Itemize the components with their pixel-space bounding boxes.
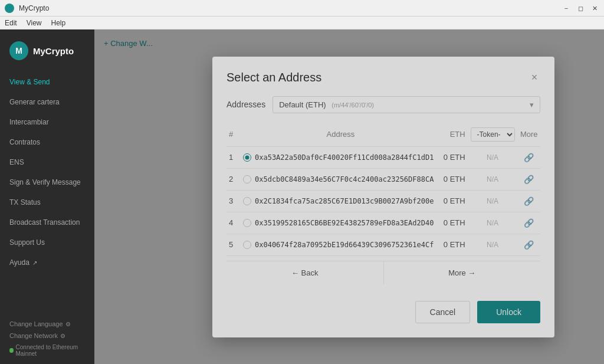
address-selector-row: Addresses Default (ETH) (m/44'/60'/0'/0)… <box>226 96 540 113</box>
row-token: N/A <box>468 234 518 255</box>
col-eth: ETH <box>441 123 468 147</box>
app-title: MyCrypto <box>19 4 49 12</box>
sidebar-item-generar[interactable]: Generar cartera <box>0 92 94 112</box>
table-row[interactable]: 50x040674f28a70952bE19d66439C3096752361e… <box>226 234 540 255</box>
modal-close-button[interactable]: × <box>528 71 540 83</box>
radio-button[interactable] <box>243 219 251 227</box>
external-link-icon[interactable]: 🔗 <box>524 218 534 228</box>
row-address[interactable]: 0x2C1834fca75ac285C67E1D013c9B0027A9bf20… <box>241 190 441 212</box>
app-icon <box>5 4 14 13</box>
sidebar-item-support[interactable]: Support Us <box>0 232 94 252</box>
modal-title: Select an Address <box>226 71 321 84</box>
connected-status: Connected to Ethereum Mainnet <box>9 342 85 359</box>
window-controls: − ◻ ✕ <box>562 0 599 17</box>
more-button[interactable]: More → <box>384 261 541 284</box>
addresses-label: Addresses <box>226 100 265 109</box>
address-value: 0x35199528165CB6BE92E43825789eFD8a3EAd2D… <box>255 219 434 227</box>
row-number: 4 <box>226 212 241 234</box>
sidebar: M MyCrypto View & Send Generar cartera I… <box>0 29 94 364</box>
menu-view[interactable]: View <box>27 19 42 27</box>
close-button[interactable]: ✕ <box>590 4 599 13</box>
table-row[interactable]: 30x2C1834fca75ac285C67E1D013c9B0027A9bf2… <box>226 190 540 212</box>
row-token: N/A <box>468 212 518 234</box>
row-more[interactable]: 🔗 <box>518 146 540 168</box>
row-number: 3 <box>226 190 241 212</box>
chevron-down-icon: ▾ <box>530 100 534 109</box>
logo-text: MyCrypto <box>33 46 74 56</box>
radio-button[interactable] <box>243 175 251 183</box>
row-number: 5 <box>226 234 241 255</box>
radio-button[interactable] <box>243 153 251 162</box>
maximize-button[interactable]: ◻ <box>576 4 585 13</box>
row-address[interactable]: 0xa53A22a50Daf0cF40020Ff11Cd008a2844fC1d… <box>241 146 441 168</box>
external-link-icon[interactable]: 🔗 <box>524 153 534 162</box>
menu-edit[interactable]: Edit <box>5 19 17 27</box>
col-num: # <box>226 123 241 147</box>
sidebar-item-ens[interactable]: ENS <box>0 152 94 172</box>
cancel-button[interactable]: Cancel <box>415 301 471 323</box>
select-address-modal: Select an Address × Addresses Default (E… <box>212 57 554 337</box>
radio-button[interactable] <box>243 197 251 205</box>
minimize-button[interactable]: − <box>562 4 571 13</box>
row-eth: 0 ETH <box>441 212 468 234</box>
external-link-icon[interactable]: 🔗 <box>524 196 534 206</box>
table-row[interactable]: 10xa53A22a50Daf0cF40020Ff11Cd008a2844fC1… <box>226 146 540 168</box>
dropdown-value: Default (ETH) (m/44'/60'/0'/0) <box>279 100 374 109</box>
external-link-icon[interactable]: 🔗 <box>524 240 534 250</box>
back-button[interactable]: ← Back <box>226 261 384 284</box>
menubar: Edit View Help <box>0 17 604 29</box>
main-content: + Change W... Select an Address × Addres… <box>94 29 604 364</box>
col-token: -Token- <box>468 123 518 147</box>
row-eth: 0 ETH <box>441 234 468 255</box>
sidebar-item-contratos[interactable]: Contratos <box>0 132 94 152</box>
radio-button[interactable] <box>243 241 251 249</box>
connected-dot <box>9 348 14 353</box>
change-language-item[interactable]: Change Language ⚙ <box>9 318 85 330</box>
logo-icon: M <box>9 41 28 60</box>
sidebar-item-sign-verify[interactable]: Sign & Verify Message <box>0 172 94 192</box>
sidebar-item-view-send[interactable]: View & Send <box>0 72 94 92</box>
sidebar-item-tx-status[interactable]: TX Status <box>0 192 94 212</box>
table-row[interactable]: 40x35199528165CB6BE92E43825789eFD8a3EAd2… <box>226 212 540 234</box>
row-more[interactable]: 🔗 <box>518 168 540 190</box>
modal-header: Select an Address × <box>226 71 540 84</box>
external-link-icon[interactable]: 🔗 <box>524 175 534 184</box>
token-select[interactable]: -Token- <box>471 127 515 142</box>
row-more[interactable]: 🔗 <box>518 234 540 255</box>
unlock-button[interactable]: Unlock <box>477 301 540 323</box>
row-address[interactable]: 0x040674f28a70952bE19d66439C3096752361e4… <box>241 234 441 255</box>
row-token: N/A <box>468 146 518 168</box>
menu-help[interactable]: Help <box>51 19 65 27</box>
row-eth: 0 ETH <box>441 190 468 212</box>
row-more[interactable]: 🔗 <box>518 212 540 234</box>
token-value: N/A <box>487 219 498 227</box>
col-address: Address <box>241 123 441 147</box>
col-more: More <box>518 123 540 147</box>
sidebar-item-ayuda[interactable]: Ayuda ↗ <box>0 252 94 273</box>
token-value: N/A <box>487 197 498 205</box>
app-container: M MyCrypto View & Send Generar cartera I… <box>0 29 604 364</box>
sidebar-item-broadcast[interactable]: Broadcast Transaction <box>0 212 94 232</box>
sidebar-item-intercambiar[interactable]: Intercambiar <box>0 112 94 132</box>
address-value: 0xa53A22a50Daf0cF40020Ff11Cd008a2844fC1d… <box>255 153 434 162</box>
row-address[interactable]: 0x5dcb0C8489a34e56C7F0c4c2400ac23256DF88… <box>241 168 441 190</box>
row-eth: 0 ETH <box>441 146 468 168</box>
row-token: N/A <box>468 190 518 212</box>
sidebar-footer: Change Language ⚙ Change Network ⚙ Conne… <box>0 313 94 364</box>
row-address[interactable]: 0x35199528165CB6BE92E43825789eFD8a3EAd2D… <box>241 212 441 234</box>
address-table: # Address ETH -Token- More 10xa53A22a50D… <box>226 123 540 256</box>
token-value: N/A <box>487 175 498 183</box>
change-network-item[interactable]: Change Network ⚙ <box>9 330 85 342</box>
table-row[interactable]: 20x5dcb0C8489a34e56C7F0c4c2400ac23256DF8… <box>226 168 540 190</box>
titlebar: MyCrypto − ◻ ✕ <box>0 0 604 17</box>
row-token: N/A <box>468 168 518 190</box>
row-more[interactable]: 🔗 <box>518 190 540 212</box>
sidebar-logo: M MyCrypto <box>0 34 94 67</box>
modal-footer: Cancel Unlock <box>226 294 540 323</box>
pagination-nav: ← Back More → <box>226 261 540 284</box>
token-value: N/A <box>487 241 498 249</box>
address-dropdown[interactable]: Default (ETH) (m/44'/60'/0'/0) ▾ <box>273 96 540 113</box>
sidebar-nav: View & Send Generar cartera Intercambiar… <box>0 72 94 273</box>
address-value: 0x2C1834fca75ac285C67E1D013c9B0027A9bf20… <box>255 197 434 205</box>
address-value: 0x5dcb0C8489a34e56C7F0c4c2400ac23256DF88… <box>255 175 434 183</box>
